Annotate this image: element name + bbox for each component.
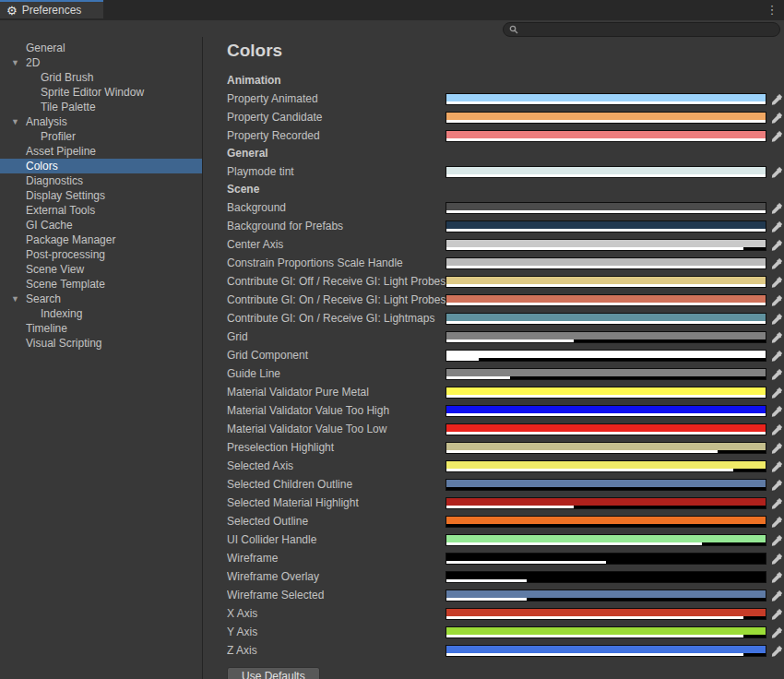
- eyedropper-icon[interactable]: [770, 496, 783, 509]
- eyedropper-icon[interactable]: [770, 293, 783, 306]
- eyedropper-icon[interactable]: [770, 515, 783, 528]
- color-row-guide-line: Guide Line: [212, 364, 784, 383]
- sidebar-item-tile-palette[interactable]: Tile Palette: [0, 100, 202, 114]
- eyedropper-icon[interactable]: [770, 165, 783, 178]
- search-input[interactable]: [518, 24, 779, 35]
- search-box[interactable]: [503, 22, 780, 37]
- color-swatch[interactable]: [445, 553, 766, 565]
- sidebar-item-label: Analysis: [26, 115, 67, 128]
- color-label: Selected Material Highlight: [227, 496, 445, 509]
- eyedropper-icon[interactable]: [770, 570, 783, 583]
- color-swatch[interactable]: [445, 608, 766, 620]
- eyedropper-icon[interactable]: [770, 644, 783, 657]
- color-swatch[interactable]: [445, 130, 766, 142]
- eyedropper-icon[interactable]: [770, 552, 783, 565]
- foldout-triangle-icon[interactable]: ▼: [11, 55, 19, 70]
- color-label: Constrain Proportions Scale Handle: [227, 256, 445, 269]
- color-swatch[interactable]: [445, 257, 766, 269]
- eyedropper-icon[interactable]: [770, 238, 783, 251]
- sidebar-item-post-processing[interactable]: Post-processing: [0, 247, 202, 262]
- eyedropper-icon[interactable]: [770, 386, 783, 399]
- alpha-bar-fill: [446, 395, 766, 398]
- color-swatch[interactable]: [445, 313, 766, 325]
- eyedropper-icon[interactable]: [770, 129, 783, 142]
- eyedropper-icon[interactable]: [770, 312, 783, 325]
- color-swatch[interactable]: [445, 442, 766, 454]
- color-swatch[interactable]: [445, 331, 766, 343]
- color-swatch[interactable]: [445, 93, 766, 105]
- sidebar-item-colors[interactable]: Colors: [0, 159, 202, 173]
- sidebar-item-search[interactable]: ▼Search: [0, 292, 202, 306]
- color-swatch[interactable]: [445, 497, 766, 509]
- eyedropper-icon[interactable]: [770, 625, 783, 638]
- sidebar-item-package-manager[interactable]: Package Manager: [0, 232, 202, 247]
- sidebar-item-profiler[interactable]: Profiler: [0, 129, 202, 144]
- color-swatch[interactable]: [445, 166, 766, 178]
- swatch-color-area: [446, 461, 766, 469]
- sidebar-item-sprite-editor-window[interactable]: Sprite Editor Window: [0, 85, 202, 100]
- use-defaults-button[interactable]: Use Defaults: [227, 667, 320, 679]
- color-swatch[interactable]: [445, 460, 766, 472]
- eyedropper-icon[interactable]: [770, 404, 783, 417]
- sidebar-item-external-tools[interactable]: External Tools: [0, 203, 202, 218]
- eyedropper-icon[interactable]: [770, 589, 783, 602]
- tab-preferences[interactable]: ⚙ Preferences: [0, 0, 103, 18]
- color-swatch[interactable]: [445, 645, 766, 657]
- sidebar-item-timeline[interactable]: Timeline: [0, 321, 202, 336]
- color-swatch[interactable]: [445, 368, 766, 380]
- color-swatch[interactable]: [445, 423, 766, 435]
- color-swatch[interactable]: [445, 387, 766, 399]
- eyedropper-icon[interactable]: [770, 275, 783, 288]
- sidebar-divider[interactable]: [202, 37, 203, 679]
- eyedropper-icon[interactable]: [770, 533, 783, 546]
- color-swatch[interactable]: [445, 571, 766, 583]
- color-swatch[interactable]: [445, 534, 766, 546]
- eyedropper-icon[interactable]: [770, 330, 783, 343]
- sidebar-item-asset-pipeline[interactable]: Asset Pipeline: [0, 144, 202, 159]
- swatch-color-area: [446, 554, 766, 561]
- sidebar-item-diagnostics[interactable]: Diagnostics: [0, 173, 202, 188]
- color-swatch[interactable]: [445, 220, 766, 232]
- color-swatch[interactable]: [445, 479, 766, 491]
- color-swatch[interactable]: [445, 350, 766, 362]
- color-swatch[interactable]: [445, 516, 766, 528]
- color-swatch[interactable]: [445, 626, 766, 638]
- color-row-contribute-gi-on-receive-gi-light-probes: Contribute GI: On / Receive GI: Light Pr…: [212, 291, 784, 309]
- sidebar-item-2d[interactable]: ▼2D: [0, 55, 202, 70]
- eyedropper-icon[interactable]: [770, 220, 783, 232]
- color-swatch[interactable]: [445, 112, 766, 124]
- color-swatch[interactable]: [445, 276, 766, 288]
- eyedropper-icon[interactable]: [770, 111, 783, 124]
- kebab-menu-icon[interactable]: ⋮: [766, 2, 778, 18]
- eyedropper-icon[interactable]: [770, 92, 783, 105]
- sidebar-item-general[interactable]: General: [0, 41, 202, 55]
- color-row-background-for-prefabs: Background for Prefabs: [212, 217, 784, 235]
- eyedropper-icon[interactable]: [770, 478, 783, 491]
- eyedropper-icon[interactable]: [770, 367, 783, 380]
- sidebar-item-display-settings[interactable]: Display Settings: [0, 188, 202, 203]
- sidebar-item-label: Timeline: [26, 322, 67, 335]
- swatch-color-area: [446, 517, 766, 524]
- eyedropper-icon[interactable]: [770, 423, 783, 435]
- eyedropper-icon[interactable]: [770, 349, 783, 362]
- color-swatch[interactable]: [445, 405, 766, 417]
- sidebar-item-label: External Tools: [26, 204, 95, 217]
- eyedropper-icon[interactable]: [770, 201, 783, 214]
- color-swatch[interactable]: [445, 294, 766, 306]
- sidebar-item-grid-brush[interactable]: Grid Brush: [0, 70, 202, 85]
- sidebar-item-visual-scripting[interactable]: Visual Scripting: [0, 336, 202, 351]
- color-swatch[interactable]: [445, 590, 766, 602]
- foldout-triangle-icon[interactable]: ▼: [11, 114, 19, 129]
- sidebar-item-analysis[interactable]: ▼Analysis: [0, 114, 202, 129]
- sidebar-item-scene-view[interactable]: Scene View: [0, 262, 202, 277]
- eyedropper-icon[interactable]: [770, 441, 783, 454]
- eyedropper-icon[interactable]: [770, 256, 783, 269]
- sidebar-item-indexing[interactable]: Indexing: [0, 306, 202, 321]
- color-swatch[interactable]: [445, 239, 766, 251]
- sidebar-item-gi-cache[interactable]: GI Cache: [0, 218, 202, 232]
- eyedropper-icon[interactable]: [770, 459, 783, 472]
- sidebar-item-scene-template[interactable]: Scene Template: [0, 277, 202, 292]
- color-swatch[interactable]: [445, 202, 766, 214]
- foldout-triangle-icon[interactable]: ▼: [11, 292, 19, 306]
- eyedropper-icon[interactable]: [770, 607, 783, 620]
